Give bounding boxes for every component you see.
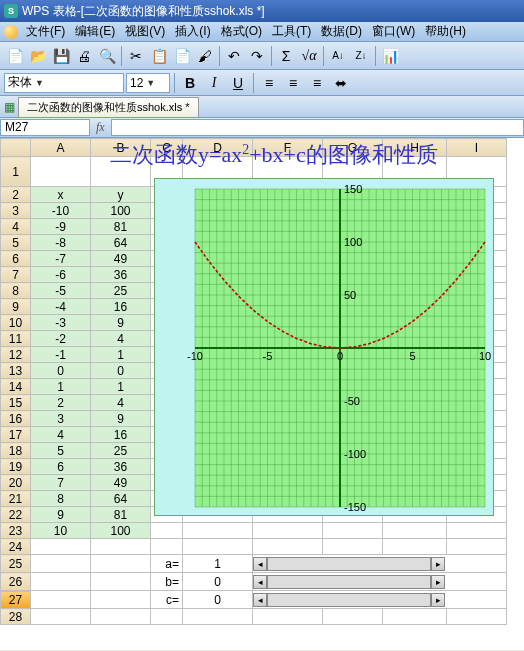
- slider-track[interactable]: [267, 557, 431, 571]
- cell[interactable]: ◂▸: [253, 591, 507, 609]
- cell[interactable]: [31, 157, 91, 187]
- menu-view[interactable]: 视图(V): [121, 23, 169, 40]
- menu-format[interactable]: 格式(O): [217, 23, 266, 40]
- row-header[interactable]: 9: [1, 299, 31, 315]
- align-center-icon[interactable]: ≡: [282, 72, 304, 94]
- row-header[interactable]: 13: [1, 363, 31, 379]
- cell[interactable]: 3: [31, 411, 91, 427]
- cell[interactable]: [383, 539, 447, 555]
- cell[interactable]: [31, 539, 91, 555]
- cell[interactable]: 25: [91, 283, 151, 299]
- cell[interactable]: 5: [31, 443, 91, 459]
- formula-input[interactable]: [111, 119, 524, 136]
- cell[interactable]: 7: [31, 475, 91, 491]
- cell[interactable]: 25: [91, 443, 151, 459]
- cell[interactable]: [31, 609, 91, 625]
- row-header[interactable]: 7: [1, 267, 31, 283]
- slider-left-button[interactable]: ◂: [253, 575, 267, 589]
- cell[interactable]: [323, 523, 383, 539]
- cell[interactable]: 10: [31, 523, 91, 539]
- redo-icon[interactable]: ↷: [246, 45, 268, 67]
- sort-asc-icon[interactable]: A↓: [327, 45, 349, 67]
- row-header[interactable]: 20: [1, 475, 31, 491]
- row-header[interactable]: 19: [1, 459, 31, 475]
- slider-track[interactable]: [267, 593, 431, 607]
- name-box[interactable]: M27: [0, 119, 90, 136]
- cell[interactable]: 100: [91, 203, 151, 219]
- cell[interactable]: 9: [31, 507, 91, 523]
- slider-left-button[interactable]: ◂: [253, 593, 267, 607]
- doc-tab[interactable]: 二次函数的图像和性质sshok.xls *: [18, 97, 199, 117]
- cell[interactable]: 6: [31, 459, 91, 475]
- cell[interactable]: -5: [31, 283, 91, 299]
- cell[interactable]: 49: [91, 475, 151, 491]
- row-header[interactable]: 27: [1, 591, 31, 609]
- underline-button[interactable]: U: [227, 72, 249, 94]
- cell[interactable]: 36: [91, 267, 151, 283]
- align-left-icon[interactable]: ≡: [258, 72, 280, 94]
- cut-icon[interactable]: ✂: [125, 45, 147, 67]
- row-header[interactable]: 12: [1, 347, 31, 363]
- row-header[interactable]: 11: [1, 331, 31, 347]
- cell[interactable]: [253, 609, 323, 625]
- cell[interactable]: ◂▸: [253, 573, 507, 591]
- cell[interactable]: 1: [91, 379, 151, 395]
- cell[interactable]: 81: [91, 219, 151, 235]
- cell[interactable]: [447, 539, 507, 555]
- open-icon[interactable]: 📂: [27, 45, 49, 67]
- cell[interactable]: -3: [31, 315, 91, 331]
- save-icon[interactable]: 💾: [50, 45, 72, 67]
- print-icon[interactable]: 🖨: [73, 45, 95, 67]
- cell[interactable]: -9: [31, 219, 91, 235]
- app-menu-icon[interactable]: [4, 25, 18, 39]
- cell[interactable]: 81: [91, 507, 151, 523]
- cell[interactable]: [91, 555, 151, 573]
- row-header[interactable]: 1: [1, 157, 31, 187]
- cell[interactable]: 0: [31, 363, 91, 379]
- cell[interactable]: 49: [91, 251, 151, 267]
- cell[interactable]: 9: [91, 411, 151, 427]
- cell[interactable]: ◂▸: [253, 555, 507, 573]
- menu-window[interactable]: 窗口(W): [368, 23, 419, 40]
- preview-icon[interactable]: 🔍: [96, 45, 118, 67]
- cell[interactable]: -2: [31, 331, 91, 347]
- cell[interactable]: -6: [31, 267, 91, 283]
- row-header[interactable]: 5: [1, 235, 31, 251]
- cell[interactable]: 16: [91, 299, 151, 315]
- row-header[interactable]: 16: [1, 411, 31, 427]
- font-combo[interactable]: 宋体▼: [4, 73, 124, 93]
- menu-help[interactable]: 帮助(H): [421, 23, 470, 40]
- menu-tools[interactable]: 工具(T): [268, 23, 315, 40]
- chart-icon[interactable]: 📊: [379, 45, 401, 67]
- cell[interactable]: [323, 609, 383, 625]
- row-header[interactable]: 2: [1, 187, 31, 203]
- cell[interactable]: [151, 609, 183, 625]
- cell[interactable]: [31, 555, 91, 573]
- cell[interactable]: 2: [31, 395, 91, 411]
- cell[interactable]: [91, 539, 151, 555]
- row-header[interactable]: 21: [1, 491, 31, 507]
- col-header[interactable]: A: [31, 139, 91, 157]
- cell[interactable]: x: [31, 187, 91, 203]
- row-header[interactable]: 22: [1, 507, 31, 523]
- cell[interactable]: [323, 539, 383, 555]
- cell[interactable]: [91, 591, 151, 609]
- cell[interactable]: b=: [151, 573, 183, 591]
- cell[interactable]: [383, 609, 447, 625]
- menu-data[interactable]: 数据(D): [317, 23, 366, 40]
- cell[interactable]: [183, 539, 253, 555]
- cell[interactable]: [253, 523, 323, 539]
- row-header[interactable]: 4: [1, 219, 31, 235]
- cell[interactable]: [151, 523, 183, 539]
- cell[interactable]: 0: [183, 573, 253, 591]
- cell[interactable]: 64: [91, 491, 151, 507]
- slider-right-button[interactable]: ▸: [431, 575, 445, 589]
- col-header[interactable]: I: [447, 139, 507, 157]
- cell[interactable]: 1: [91, 347, 151, 363]
- cell[interactable]: 0: [91, 363, 151, 379]
- row-header[interactable]: 15: [1, 395, 31, 411]
- row-header[interactable]: 28: [1, 609, 31, 625]
- slider-track[interactable]: [267, 575, 431, 589]
- cell[interactable]: c=: [151, 591, 183, 609]
- cell[interactable]: 4: [91, 395, 151, 411]
